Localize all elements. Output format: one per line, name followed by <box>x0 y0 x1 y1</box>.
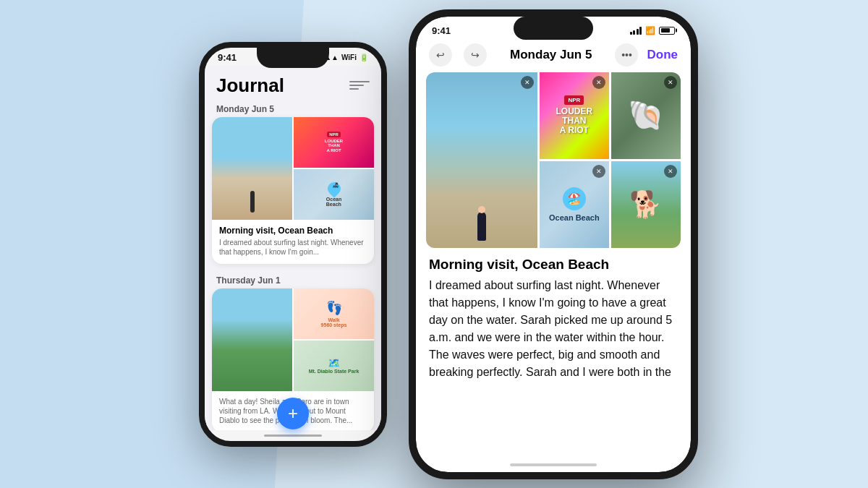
dynamic-island <box>514 17 593 40</box>
time-small: 9:41 <box>218 52 237 63</box>
toolbar-date: Monday Jun 5 <box>510 48 592 62</box>
card-title-1: Morning visit, Ocean Beach <box>219 226 367 236</box>
battery-icon-large <box>659 27 675 35</box>
phone-large: 9:41 📶 ↩ ↪ <box>409 9 698 479</box>
park-photo-small: 🗺️ Mt. Diablo State Park <box>294 341 374 391</box>
hike-photo-small <box>212 288 292 391</box>
beach-photo-small <box>212 117 292 220</box>
card-snippet-1: I dreamed about surfing last night. When… <box>219 238 367 257</box>
battery-icon-small: 🔋 <box>359 53 368 61</box>
npr-badge: NPR <box>564 95 584 105</box>
toolbar-right: ••• Done <box>615 43 678 67</box>
undo-button[interactable]: ↩ <box>429 43 452 67</box>
riot-text-small: LOUDERTHANA RIOT <box>325 139 343 153</box>
signal-bars-large <box>630 26 642 35</box>
large-screen: 9:41 📶 ↩ ↪ <box>416 17 691 472</box>
map-pin-large: 🏖️ <box>563 187 586 210</box>
phone-small: 9:41 ▲▲▲ WiFi 🔋 Journal Monday Jun 5 <box>199 42 387 447</box>
remove-shell-photo-button[interactable]: ✕ <box>664 76 677 89</box>
journal-card-1[interactable]: NPR LOUDERTHANA RIOT OceanBeach Morning … <box>212 117 374 264</box>
beach-photo-large <box>426 72 537 248</box>
map-image-small: OceanBeach <box>294 169 374 220</box>
status-icons-large: 📶 <box>630 26 676 35</box>
wifi-icon-large: 📶 <box>645 26 655 35</box>
home-indicator-large <box>510 463 597 466</box>
beach-photo-large-item: ✕ <box>426 72 537 248</box>
battery-fill <box>661 28 671 33</box>
hike-image <box>212 288 292 391</box>
card-text-1: Morning visit, Ocean Beach I dreamed abo… <box>212 220 374 264</box>
walk-steps: 9560 steps <box>321 322 347 328</box>
dog-photo-large-item: 🐕 ✕ <box>611 161 681 248</box>
done-button[interactable]: Done <box>647 48 678 62</box>
time-large: 9:41 <box>432 25 451 36</box>
podcast-photo-large-item: NPR LOUDER THAN A RIOT ✕ <box>540 72 609 159</box>
remove-beach-photo-button[interactable]: ✕ <box>521 76 534 89</box>
journal-title: Journal <box>216 74 284 97</box>
park-tile-small: 🗺️ Mt. Diablo State Park <box>294 341 374 391</box>
filter-icon[interactable] <box>349 78 370 93</box>
podcast-photo-small: NPR LOUDERTHANA RIOT <box>294 117 374 168</box>
location-label-large: Ocean Beach <box>549 213 600 222</box>
photo-grid-large: ✕ NPR LOUDER THAN A RIOT ✕ <box>426 72 681 248</box>
shell-photo-large-item: 🐚 ✕ <box>611 72 681 159</box>
riot-title: LOUDER THAN A RIOT <box>556 107 592 136</box>
small-screen-content: Journal Monday Jun 5 NPR <box>205 66 381 430</box>
walk-tile-small: 👣 Walk 9560 steps <box>294 288 374 339</box>
more-options-button[interactable]: ••• <box>615 43 638 67</box>
wifi-icon-small: WiFi <box>341 53 357 61</box>
large-toolbar: ↩ ↪ Monday Jun 5 ••• Done <box>416 40 691 72</box>
remove-podcast-photo-button[interactable]: ✕ <box>592 76 605 89</box>
map-tile-small: OceanBeach <box>294 169 374 220</box>
card-images-2: 👣 Walk 9560 steps 🗺️ Mt. Diablo State Pa… <box>212 288 374 391</box>
journal-header: Journal <box>205 69 381 100</box>
walk-icon: 👣 <box>326 300 342 316</box>
remove-map-photo-button[interactable]: ✕ <box>592 165 605 178</box>
map-pin-small <box>325 179 343 197</box>
remove-dog-photo-button[interactable]: ✕ <box>664 165 677 178</box>
beach-person-figure <box>477 212 486 241</box>
notch-small <box>257 48 329 68</box>
beach-image-small <box>212 117 292 220</box>
section-date-2: Thursday Jun 1 <box>205 271 381 288</box>
add-entry-button[interactable]: + <box>277 398 309 429</box>
map-photo-large-item: 🏖️ Ocean Beach ✕ <box>540 161 609 248</box>
park-label: Mt. Diablo State Park <box>309 369 359 374</box>
walk-photo-small: 👣 Walk 9560 steps <box>294 288 374 339</box>
card-images-1: NPR LOUDERTHANA RIOT OceanBeach <box>212 117 374 220</box>
phones-container: 9:41 ▲▲▲ WiFi 🔋 Journal Monday Jun 5 <box>170 9 698 479</box>
entry-body[interactable]: I dreamed about surfing last night. When… <box>416 277 691 381</box>
podcast-image-small: NPR LOUDERTHANA RIOT <box>294 117 374 168</box>
section-date-1: Monday Jun 5 <box>205 100 381 117</box>
toolbar-left: ↩ ↪ <box>429 43 487 67</box>
walk-label: Walk <box>328 317 339 322</box>
npr-label-small: NPR <box>327 132 341 137</box>
entry-title: Morning visit, Ocean Beach <box>416 257 691 277</box>
park-icon: 🗺️ <box>328 357 340 369</box>
redo-button[interactable]: ↪ <box>464 43 487 67</box>
home-indicator-small <box>264 435 322 437</box>
